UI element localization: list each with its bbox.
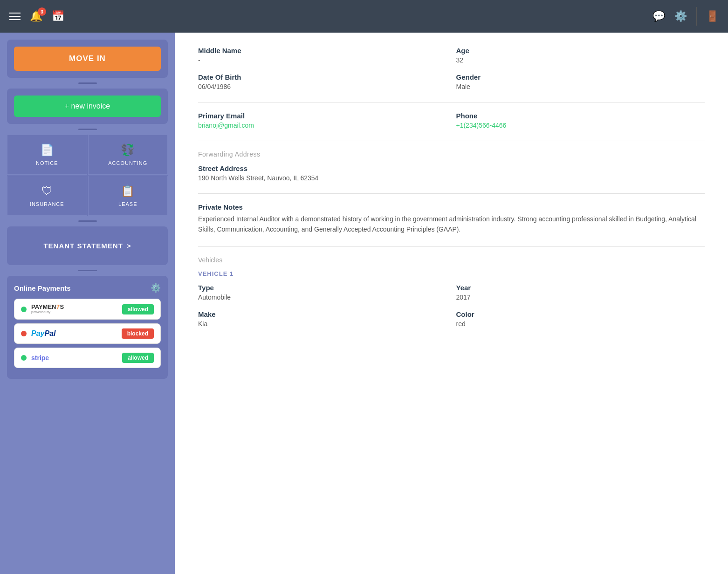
street-address-field: Street Address 190 North Wells Street, N…	[198, 164, 705, 182]
make-field: Make Kia	[198, 310, 447, 328]
email-value[interactable]: brianoj@gmail.com	[198, 122, 447, 129]
type-year-row: Type Automobile Year 2017	[198, 284, 705, 301]
name-age-row: Middle Name - Age 32	[198, 47, 705, 64]
phone-field: Phone +1(234)566-4466	[456, 112, 705, 129]
email-phone-row: Primary Email brianoj@gmail.com Phone +1…	[198, 112, 705, 129]
email-label: Primary Email	[198, 112, 447, 120]
bell-notifications-icon[interactable]: 🔔 3	[30, 10, 42, 22]
stripe-payment-row: stripe allowed	[14, 348, 161, 368]
make-label: Make	[198, 310, 447, 318]
paypal-payment-row: PayPal blocked	[14, 323, 161, 344]
settings-icon[interactable]: ⚙️	[674, 10, 687, 22]
color-value: red	[456, 320, 705, 328]
color-field: Color red	[456, 310, 705, 328]
vehicles-header: Vehicles	[198, 256, 705, 264]
new-invoice-card: + new invoice	[7, 89, 168, 124]
stripe-status-dot	[21, 355, 27, 361]
phone-label: Phone	[456, 112, 705, 120]
divider-2	[78, 129, 97, 130]
notification-badge: 3	[38, 7, 46, 16]
paypal-status-dot	[21, 331, 27, 336]
dob-label: Date Of Birth	[198, 73, 447, 81]
tenant-statement-card: TENANT STATEMENT >	[7, 226, 168, 265]
make-color-row: Make Kia Color red	[198, 310, 705, 328]
accounting-icon: 💱	[121, 144, 135, 157]
hamburger-menu-icon[interactable]	[9, 13, 21, 20]
basic-info-section: Middle Name - Age 32 Date Of Birth 06/04…	[198, 47, 705, 90]
stripe-logo: stripe	[31, 354, 49, 362]
middle-name-value: -	[198, 56, 447, 64]
forwarding-address-header: Forwarding Address	[198, 150, 705, 158]
tenant-statement-arrow: >	[127, 242, 131, 250]
online-payments-title: Online Payments	[14, 284, 71, 292]
move-in-button[interactable]: MOVE IN	[14, 47, 161, 71]
dob-field: Date Of Birth 06/04/1986	[198, 73, 447, 90]
stripe-inner: stripe	[21, 354, 49, 362]
contact-section: Primary Email brianoj@gmail.com Phone +1…	[198, 112, 705, 129]
divider-notes	[198, 193, 705, 194]
private-notes-text: Experienced Internal Auditor with a demo…	[198, 214, 705, 235]
notice-icon: 📄	[40, 144, 54, 157]
sidebar-item-lease[interactable]: 📋 LEASE	[88, 176, 168, 216]
actions-card: 📄 NOTICE 💱 ACCOUNTING 🛡 INSURANCE 📋 LEAS…	[7, 135, 168, 216]
make-value: Kia	[198, 320, 447, 328]
sidebar-item-notice[interactable]: 📄 NOTICE	[7, 135, 87, 175]
phone-value[interactable]: +1(234)566-4466	[456, 122, 705, 129]
dob-gender-row: Date Of Birth 06/04/1986 Gender Male	[198, 73, 705, 90]
paymentos-status-dot	[21, 307, 27, 312]
divider-address	[198, 141, 705, 141]
lease-label: LEASE	[118, 201, 137, 207]
sidebar-item-insurance[interactable]: 🛡 INSURANCE	[7, 176, 87, 216]
street-address-value: 190 North Wells Street, Nauvoo, IL 62354	[198, 174, 705, 182]
online-payments-settings-icon[interactable]: ⚙️	[151, 283, 161, 293]
sidebar: MOVE IN + new invoice 📄 NOTICE 💱 ACCOUNT…	[0, 33, 175, 574]
lease-icon: 📋	[121, 184, 135, 198]
private-notes-section: Private Notes Experienced Internal Audit…	[198, 203, 705, 235]
insurance-icon: 🛡	[41, 184, 53, 198]
tenant-statement-button[interactable]: TENANT STATEMENT >	[14, 233, 161, 258]
paypal-status-badge: blocked	[122, 328, 154, 339]
notice-label: NOTICE	[36, 160, 58, 166]
vehicles-section: Vehicles VEHICLE 1 Type Automobile Year …	[198, 256, 705, 328]
divider-contact	[198, 102, 705, 102]
age-value: 32	[456, 56, 705, 64]
age-label: Age	[456, 47, 705, 55]
divider-vehicles	[198, 246, 705, 247]
logout-icon[interactable]: 🚪	[706, 10, 719, 22]
middle-name-field: Middle Name -	[198, 47, 447, 64]
year-value: 2017	[456, 294, 705, 301]
online-payments-header: Online Payments ⚙️	[14, 283, 161, 293]
private-notes-label: Private Notes	[198, 203, 705, 211]
gender-value: Male	[456, 83, 705, 90]
divider-3	[78, 220, 97, 222]
paypal-inner: PayPal	[21, 329, 55, 338]
move-in-card: MOVE IN	[7, 40, 168, 78]
address-section: Forwarding Address Street Address 190 No…	[198, 150, 705, 182]
header-right: 💬 ⚙️ 🚪	[652, 7, 719, 26]
type-label: Type	[198, 284, 447, 292]
main-layout: MOVE IN + new invoice 📄 NOTICE 💱 ACCOUNT…	[0, 33, 728, 574]
online-payments-card: Online Payments ⚙️ PAYMENTS powered by a…	[7, 276, 168, 379]
divider-1	[78, 82, 97, 84]
header-divider	[696, 7, 697, 26]
header-left: 🔔 3 📅	[9, 10, 64, 22]
vehicle-1-title: VEHICLE 1	[198, 270, 705, 277]
main-content: Middle Name - Age 32 Date Of Birth 06/04…	[175, 33, 728, 574]
new-invoice-button[interactable]: + new invoice	[14, 96, 161, 117]
email-field: Primary Email brianoj@gmail.com	[198, 112, 447, 129]
header: 🔔 3 📅 💬 ⚙️ 🚪	[0, 0, 728, 33]
paymentos-payment-row: PAYMENTS powered by allowed	[14, 299, 161, 320]
insurance-label: INSURANCE	[30, 201, 64, 207]
paymentos-logo: PAYMENTS powered by	[31, 304, 64, 314]
calendar-icon[interactable]: 📅	[52, 10, 64, 22]
street-address-label: Street Address	[198, 164, 705, 172]
gender-label: Gender	[456, 73, 705, 81]
paymentos-inner: PAYMENTS powered by	[21, 304, 64, 314]
sidebar-item-accounting[interactable]: 💱 ACCOUNTING	[88, 135, 168, 175]
action-grid: 📄 NOTICE 💱 ACCOUNTING 🛡 INSURANCE 📋 LEAS…	[7, 135, 168, 216]
year-label: Year	[456, 284, 705, 292]
chat-icon[interactable]: 💬	[652, 10, 665, 22]
stripe-status-badge: allowed	[122, 353, 154, 363]
age-field: Age 32	[456, 47, 705, 64]
type-field: Type Automobile	[198, 284, 447, 301]
